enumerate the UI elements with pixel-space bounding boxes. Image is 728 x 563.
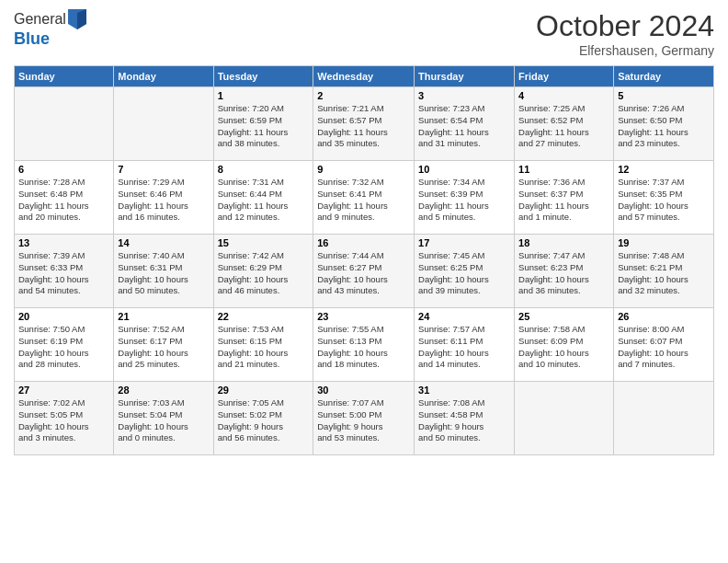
day-number: 29 bbox=[218, 385, 310, 396]
day-info: Sunrise: 7:50 AM Sunset: 6:19 PM Dayligh… bbox=[18, 324, 109, 371]
week-row-1: 6Sunrise: 7:28 AM Sunset: 6:48 PM Daylig… bbox=[15, 161, 714, 235]
calendar-cell bbox=[15, 87, 114, 161]
day-info: Sunrise: 7:26 AM Sunset: 6:50 PM Dayligh… bbox=[618, 103, 710, 150]
day-number: 20 bbox=[18, 311, 109, 322]
day-info: Sunrise: 7:29 AM Sunset: 6:46 PM Dayligh… bbox=[118, 177, 209, 224]
calendar-cell: 1Sunrise: 7:20 AM Sunset: 6:59 PM Daylig… bbox=[213, 87, 313, 161]
day-number: 3 bbox=[418, 90, 510, 101]
day-number: 23 bbox=[317, 311, 410, 322]
calendar-cell: 23Sunrise: 7:55 AM Sunset: 6:13 PM Dayli… bbox=[313, 308, 415, 382]
logo-icon bbox=[68, 9, 86, 29]
day-info: Sunrise: 7:23 AM Sunset: 6:54 PM Dayligh… bbox=[418, 103, 510, 150]
col-header-monday: Monday bbox=[114, 66, 213, 87]
col-header-sunday: Sunday bbox=[15, 66, 114, 87]
calendar-cell: 17Sunrise: 7:45 AM Sunset: 6:25 PM Dayli… bbox=[415, 235, 515, 308]
calendar-cell: 27Sunrise: 7:02 AM Sunset: 5:05 PM Dayli… bbox=[15, 382, 114, 455]
col-header-friday: Friday bbox=[515, 66, 614, 87]
calendar-cell: 7Sunrise: 7:29 AM Sunset: 6:46 PM Daylig… bbox=[114, 161, 213, 235]
day-info: Sunrise: 8:00 AM Sunset: 6:07 PM Dayligh… bbox=[618, 324, 710, 371]
calendar-cell: 8Sunrise: 7:31 AM Sunset: 6:44 PM Daylig… bbox=[213, 161, 313, 235]
logo: General Blue bbox=[14, 9, 86, 49]
day-number: 9 bbox=[317, 164, 410, 175]
day-number: 19 bbox=[618, 237, 710, 248]
day-info: Sunrise: 7:03 AM Sunset: 5:04 PM Dayligh… bbox=[118, 397, 209, 444]
calendar-cell: 3Sunrise: 7:23 AM Sunset: 6:54 PM Daylig… bbox=[415, 87, 515, 161]
day-number: 10 bbox=[418, 164, 510, 175]
week-row-3: 20Sunrise: 7:50 AM Sunset: 6:19 PM Dayli… bbox=[15, 308, 714, 382]
calendar-cell: 18Sunrise: 7:47 AM Sunset: 6:23 PM Dayli… bbox=[515, 235, 614, 308]
day-info: Sunrise: 7:36 AM Sunset: 6:37 PM Dayligh… bbox=[518, 177, 609, 224]
col-header-wednesday: Wednesday bbox=[313, 66, 415, 87]
calendar-cell: 25Sunrise: 7:58 AM Sunset: 6:09 PM Dayli… bbox=[515, 308, 614, 382]
calendar-cell: 22Sunrise: 7:53 AM Sunset: 6:15 PM Dayli… bbox=[213, 308, 313, 382]
calendar-cell: 13Sunrise: 7:39 AM Sunset: 6:33 PM Dayli… bbox=[15, 235, 114, 308]
day-number: 22 bbox=[218, 311, 310, 322]
day-info: Sunrise: 7:42 AM Sunset: 6:29 PM Dayligh… bbox=[218, 250, 310, 297]
day-info: Sunrise: 7:57 AM Sunset: 6:11 PM Dayligh… bbox=[418, 324, 510, 371]
day-info: Sunrise: 7:25 AM Sunset: 6:52 PM Dayligh… bbox=[518, 103, 609, 150]
calendar-cell: 29Sunrise: 7:05 AM Sunset: 5:02 PM Dayli… bbox=[213, 382, 313, 455]
logo-general: General bbox=[14, 11, 66, 28]
day-number: 21 bbox=[118, 311, 209, 322]
day-info: Sunrise: 7:44 AM Sunset: 6:27 PM Dayligh… bbox=[317, 250, 410, 297]
calendar-cell: 31Sunrise: 7:08 AM Sunset: 4:58 PM Dayli… bbox=[415, 382, 515, 455]
day-number: 18 bbox=[518, 237, 609, 248]
calendar-cell: 19Sunrise: 7:48 AM Sunset: 6:21 PM Dayli… bbox=[614, 235, 714, 308]
week-row-0: 1Sunrise: 7:20 AM Sunset: 6:59 PM Daylig… bbox=[15, 87, 714, 161]
day-number: 5 bbox=[618, 90, 710, 101]
day-number: 31 bbox=[418, 385, 510, 396]
day-info: Sunrise: 7:58 AM Sunset: 6:09 PM Dayligh… bbox=[518, 324, 609, 371]
calendar-cell: 4Sunrise: 7:25 AM Sunset: 6:52 PM Daylig… bbox=[515, 87, 614, 161]
calendar-cell: 21Sunrise: 7:52 AM Sunset: 6:17 PM Dayli… bbox=[114, 308, 213, 382]
day-number: 28 bbox=[118, 385, 209, 396]
calendar-cell: 20Sunrise: 7:50 AM Sunset: 6:19 PM Dayli… bbox=[15, 308, 114, 382]
day-number: 27 bbox=[18, 385, 109, 396]
day-info: Sunrise: 7:52 AM Sunset: 6:17 PM Dayligh… bbox=[118, 324, 209, 371]
day-info: Sunrise: 7:39 AM Sunset: 6:33 PM Dayligh… bbox=[18, 250, 109, 297]
logo-text-block: General Blue bbox=[14, 9, 86, 49]
month-title: October 2024 bbox=[536, 9, 714, 43]
day-number: 12 bbox=[618, 164, 710, 175]
day-number: 6 bbox=[18, 164, 109, 175]
col-header-saturday: Saturday bbox=[614, 66, 714, 87]
calendar-cell: 30Sunrise: 7:07 AM Sunset: 5:00 PM Dayli… bbox=[313, 382, 415, 455]
calendar-cell: 11Sunrise: 7:36 AM Sunset: 6:37 PM Dayli… bbox=[515, 161, 614, 235]
calendar-cell: 5Sunrise: 7:26 AM Sunset: 6:50 PM Daylig… bbox=[614, 87, 714, 161]
calendar-cell: 15Sunrise: 7:42 AM Sunset: 6:29 PM Dayli… bbox=[213, 235, 313, 308]
calendar-cell: 14Sunrise: 7:40 AM Sunset: 6:31 PM Dayli… bbox=[114, 235, 213, 308]
day-number: 25 bbox=[518, 311, 609, 322]
day-number: 13 bbox=[18, 237, 109, 248]
calendar-cell: 28Sunrise: 7:03 AM Sunset: 5:04 PM Dayli… bbox=[114, 382, 213, 455]
calendar-cell: 2Sunrise: 7:21 AM Sunset: 6:57 PM Daylig… bbox=[313, 87, 415, 161]
day-number: 11 bbox=[518, 164, 609, 175]
logo-blue: Blue bbox=[14, 29, 86, 49]
day-info: Sunrise: 7:32 AM Sunset: 6:41 PM Dayligh… bbox=[317, 177, 410, 224]
calendar-container: General Blue October 2024 Elfershausen, … bbox=[0, 0, 728, 465]
title-block: October 2024 Elfershausen, Germany bbox=[536, 9, 714, 58]
day-info: Sunrise: 7:20 AM Sunset: 6:59 PM Dayligh… bbox=[218, 103, 310, 150]
day-number: 4 bbox=[518, 90, 609, 101]
day-number: 26 bbox=[618, 311, 710, 322]
day-info: Sunrise: 7:02 AM Sunset: 5:05 PM Dayligh… bbox=[18, 397, 109, 444]
calendar-cell: 6Sunrise: 7:28 AM Sunset: 6:48 PM Daylig… bbox=[15, 161, 114, 235]
day-number: 14 bbox=[118, 237, 209, 248]
header-row: SundayMondayTuesdayWednesdayThursdayFrid… bbox=[15, 66, 714, 87]
calendar-cell: 10Sunrise: 7:34 AM Sunset: 6:39 PM Dayli… bbox=[415, 161, 515, 235]
day-number: 8 bbox=[218, 164, 310, 175]
calendar-cell: 26Sunrise: 8:00 AM Sunset: 6:07 PM Dayli… bbox=[614, 308, 714, 382]
day-number: 17 bbox=[418, 237, 510, 248]
day-info: Sunrise: 7:48 AM Sunset: 6:21 PM Dayligh… bbox=[618, 250, 710, 297]
day-number: 24 bbox=[418, 311, 510, 322]
calendar-cell bbox=[515, 382, 614, 455]
calendar-cell: 9Sunrise: 7:32 AM Sunset: 6:41 PM Daylig… bbox=[313, 161, 415, 235]
day-number: 7 bbox=[118, 164, 209, 175]
week-row-4: 27Sunrise: 7:02 AM Sunset: 5:05 PM Dayli… bbox=[15, 382, 714, 455]
calendar-cell bbox=[114, 87, 213, 161]
day-info: Sunrise: 7:45 AM Sunset: 6:25 PM Dayligh… bbox=[418, 250, 510, 297]
col-header-tuesday: Tuesday bbox=[213, 66, 313, 87]
header: General Blue October 2024 Elfershausen, … bbox=[14, 9, 714, 58]
day-info: Sunrise: 7:31 AM Sunset: 6:44 PM Dayligh… bbox=[218, 177, 310, 224]
calendar-table: SundayMondayTuesdayWednesdayThursdayFrid… bbox=[14, 65, 714, 455]
day-number: 1 bbox=[218, 90, 310, 101]
day-number: 15 bbox=[218, 237, 310, 248]
